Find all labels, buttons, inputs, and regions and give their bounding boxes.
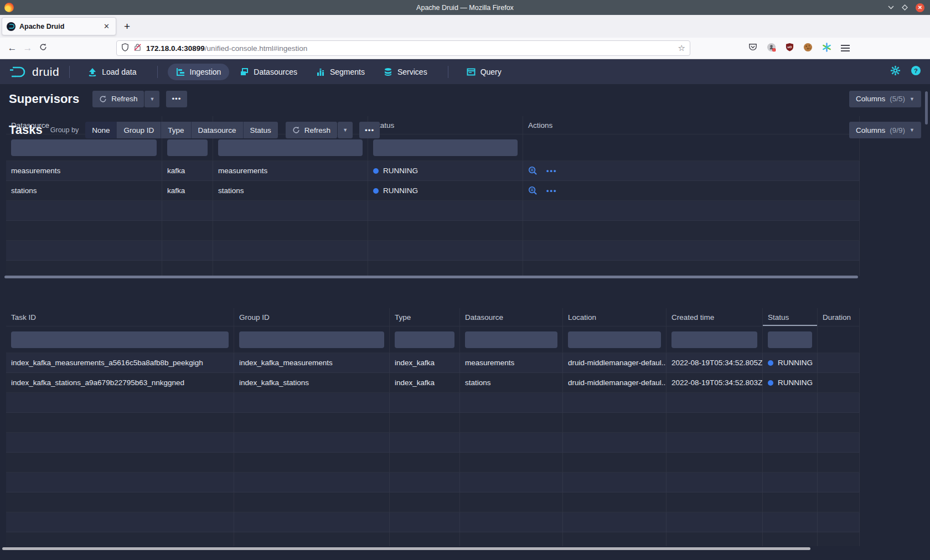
caret-down-icon: ▼ xyxy=(910,127,914,133)
menu-hamburger-icon[interactable] xyxy=(841,43,850,53)
druid-logo[interactable]: druid xyxy=(9,65,59,79)
supervisors-more-button[interactable]: ••• xyxy=(166,91,187,107)
row-more-icon[interactable]: ••• xyxy=(546,167,557,175)
supervisors-columns-button[interactable]: Columns (5/5) ▼ xyxy=(849,91,921,107)
col-header-created-time[interactable]: Created time xyxy=(666,308,763,326)
pocket-icon[interactable] xyxy=(748,43,757,54)
inspect-magnifier-icon[interactable] xyxy=(528,186,538,195)
close-window-icon[interactable]: ✕ xyxy=(916,3,924,12)
empty-row xyxy=(6,433,860,453)
privacy-extension-icon[interactable]: x xyxy=(767,43,776,54)
browser-toolbar: ← → 172.18.0.4:30899/unified-console.htm… xyxy=(0,38,930,59)
settings-gear-icon[interactable] xyxy=(890,65,901,78)
nav-item-services[interactable]: Services xyxy=(375,64,436,80)
filter-datasource-input[interactable] xyxy=(465,331,557,348)
col-header-task-id[interactable]: Task ID xyxy=(6,308,234,326)
task-type: index_kafka xyxy=(390,373,460,393)
task-id: index_kafka_stations_a9a679b22795b63_nnk… xyxy=(6,373,234,393)
supervisors-horizontal-scrollbar[interactable] xyxy=(4,276,858,278)
ublock-icon[interactable]: uO xyxy=(786,43,794,54)
group-by-status-button[interactable]: Status xyxy=(244,122,278,138)
cookie-extension-icon[interactable] xyxy=(803,43,813,54)
task-duration xyxy=(818,353,860,373)
col-header-duration[interactable]: Duration xyxy=(818,308,860,326)
supervisors-header: Supervisors Refresh ▼ ••• Columns (5/5) … xyxy=(0,84,930,113)
col-header-status[interactable]: Status xyxy=(763,308,818,326)
task-status: RUNNING xyxy=(763,353,818,373)
tracking-shield-icon[interactable] xyxy=(121,43,129,54)
new-tab-button[interactable]: + xyxy=(124,20,130,33)
nav-item-datasources[interactable]: Datasources xyxy=(231,64,306,80)
tab-bar: Apache Druid ✕ + xyxy=(0,15,930,38)
task-datasource: stations xyxy=(460,373,563,393)
empty-row xyxy=(6,261,860,276)
nav-item-ingestion[interactable]: Ingestion xyxy=(168,64,230,80)
nav-item-load-data[interactable]: Load data xyxy=(80,64,144,80)
reload-button[interactable] xyxy=(35,43,51,54)
supervisors-refresh-dropdown[interactable]: ▼ xyxy=(144,91,159,107)
supervisors-refresh-button[interactable]: Refresh xyxy=(92,91,144,107)
filter-group-id-input[interactable] xyxy=(239,331,384,348)
tasks-refresh-dropdown[interactable]: ▼ xyxy=(338,122,353,138)
filter-type-input[interactable] xyxy=(395,331,454,348)
nav-label: Load data xyxy=(102,68,136,76)
filter-location-input[interactable] xyxy=(568,331,661,348)
filter-status-input[interactable] xyxy=(768,331,812,348)
maximize-diamond-icon[interactable] xyxy=(902,4,908,11)
col-header-location[interactable]: Location xyxy=(563,308,666,326)
browser-tab-apache-druid[interactable]: Apache Druid ✕ xyxy=(2,17,116,35)
filter-task-id-input[interactable] xyxy=(11,331,229,348)
supervisor-row: measurements kafka measurements RUNNING … xyxy=(6,161,860,181)
window-title: Apache Druid — Mozilla Firefox xyxy=(0,4,930,12)
datasources-icon xyxy=(240,68,249,76)
group-by-type-button[interactable]: Type xyxy=(161,122,191,138)
filter-created-time-input[interactable] xyxy=(671,331,757,348)
columns-count: (5/5) xyxy=(890,95,905,103)
chevron-down-icon[interactable] xyxy=(888,6,894,9)
upload-icon xyxy=(88,68,97,76)
tasks-refresh-button[interactable]: Refresh xyxy=(286,122,337,138)
druid-navbar: druid Load data Ingestion Datasources Se… xyxy=(0,59,930,84)
task-duration xyxy=(818,373,860,393)
row-more-icon[interactable]: ••• xyxy=(546,186,557,195)
supervisor-status: RUNNING xyxy=(368,161,523,181)
status-text: RUNNING xyxy=(383,167,418,175)
svg-text:x: x xyxy=(773,48,775,51)
stacked-chart-icon xyxy=(316,68,325,76)
insecure-lock-icon[interactable] xyxy=(134,43,141,54)
status-text: RUNNING xyxy=(778,359,813,367)
query-console-icon xyxy=(467,68,476,76)
tasks-more-button[interactable]: ••• xyxy=(359,122,380,138)
col-header-type[interactable]: Type xyxy=(390,308,460,326)
nav-item-segments[interactable]: Segments xyxy=(308,64,373,80)
group-by-none-button[interactable]: None xyxy=(85,122,117,138)
group-by-group-id-button[interactable]: Group ID xyxy=(117,122,161,138)
status-dot xyxy=(768,360,773,366)
supervisor-topic: stations xyxy=(213,181,368,201)
url-bar[interactable]: 172.18.0.4:30899/unified-console.html#in… xyxy=(116,40,690,56)
tasks-columns-button[interactable]: Columns (9/9) ▼ xyxy=(849,122,921,138)
bookmark-star-icon[interactable]: ☆ xyxy=(678,43,685,53)
inspect-magnifier-icon[interactable] xyxy=(528,166,538,175)
asterisk-extension-icon[interactable] xyxy=(822,43,831,54)
task-id: index_kafka_measurements_a5616c5ba8afb8b… xyxy=(6,353,234,373)
back-button[interactable]: ← xyxy=(4,43,20,54)
empty-row xyxy=(6,413,860,433)
help-icon[interactable]: ? xyxy=(911,65,921,78)
supervisor-type: kafka xyxy=(162,181,213,201)
tasks-header: Tasks Group by None Group ID Type Dataso… xyxy=(0,117,930,143)
task-row: index_kafka_stations_a9a679b22795b63_nnk… xyxy=(6,373,860,393)
supervisor-status: RUNNING xyxy=(368,181,523,201)
task-location: druid-middlemanager-defaul... xyxy=(563,353,666,373)
status-dot xyxy=(373,168,379,174)
col-header-datasource[interactable]: Datasource xyxy=(460,308,563,326)
col-header-group-id[interactable]: Group ID xyxy=(234,308,390,326)
tasks-horizontal-scrollbar[interactable] xyxy=(2,547,810,550)
empty-row xyxy=(6,221,860,241)
caret-down-icon: ▼ xyxy=(343,127,348,133)
tab-close-icon[interactable]: ✕ xyxy=(102,22,111,30)
nav-divider xyxy=(157,66,158,78)
nav-label: Query xyxy=(480,68,502,76)
group-by-datasource-button[interactable]: Datasource xyxy=(192,122,244,138)
nav-item-query[interactable]: Query xyxy=(458,64,510,80)
